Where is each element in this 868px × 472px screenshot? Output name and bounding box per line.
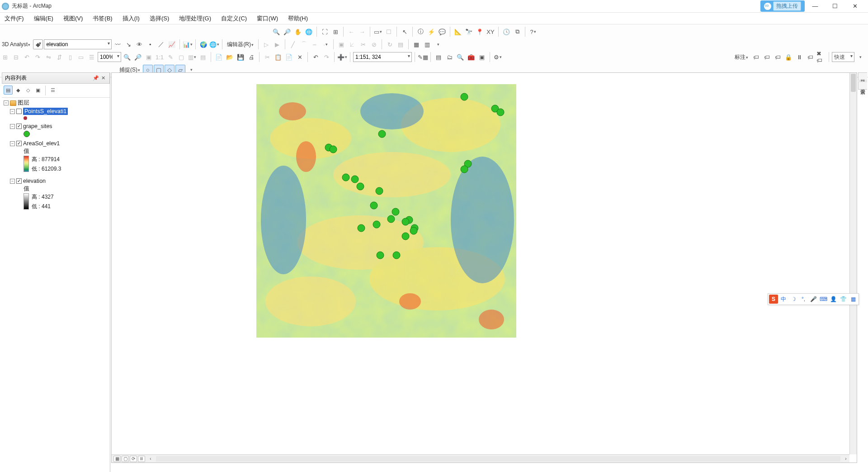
find-icon[interactable]: 🔭: [464, 27, 474, 37]
map-point[interactable]: [402, 218, 409, 225]
rotate-left-icon[interactable]: ↶: [22, 52, 32, 62]
interpolate-point-icon[interactable]: •: [145, 39, 155, 49]
horizontal-scrollbar[interactable]: [156, 456, 840, 462]
tab-search[interactable]: 搜索: [858, 81, 867, 90]
map-point[interactable]: [357, 183, 364, 190]
toc-close-icon[interactable]: ✕: [99, 75, 107, 82]
cloud-upload-button[interactable]: 拖拽上传: [760, 0, 805, 12]
interpolate-line-icon[interactable]: ／: [156, 39, 166, 49]
lock-labels-icon[interactable]: 🔒: [783, 52, 793, 62]
zoom-out-icon[interactable]: 🔎: [282, 27, 292, 37]
maximize-button[interactable]: ☐: [829, 2, 841, 11]
map-point[interactable]: [461, 166, 468, 173]
model-builder-icon[interactable]: ⚙: [493, 52, 503, 62]
find-route-icon[interactable]: 📍: [475, 27, 485, 37]
collapse-icon[interactable]: −: [10, 109, 15, 114]
menu-edit[interactable]: 编辑(E): [32, 14, 55, 24]
ime-skin-icon[interactable]: 👕: [839, 295, 848, 304]
identify-icon[interactable]: ⓘ: [415, 27, 425, 37]
point-icon[interactable]: ·: [321, 39, 330, 49]
map-point[interactable]: [373, 221, 380, 228]
select-features-icon[interactable]: ▭: [373, 27, 383, 37]
split-icon[interactable]: ⊘: [369, 39, 379, 49]
close-button[interactable]: ✕: [849, 2, 861, 11]
flip-h-icon[interactable]: ⇋: [43, 52, 53, 62]
line-of-sight-icon[interactable]: 👁: [134, 39, 144, 49]
scroll-right-icon[interactable]: ›: [842, 456, 849, 461]
distribute-h-icon[interactable]: ▯: [65, 52, 75, 62]
animation-dropdown-icon[interactable]: 🌐: [209, 39, 219, 49]
zoom-page-icon[interactable]: ▣: [144, 52, 154, 62]
zoom-in-layout-icon[interactable]: 🔍: [122, 52, 132, 62]
steepest-path-icon[interactable]: ↘: [123, 39, 133, 49]
editor-options-icon[interactable]: [433, 39, 443, 49]
labeling-menu[interactable]: 标注: [733, 53, 750, 61]
list-by-selection-icon[interactable]: ▣: [33, 86, 42, 95]
change-layout-icon[interactable]: ▥: [187, 52, 197, 62]
reshape-icon[interactable]: ⟀: [347, 39, 357, 49]
layer-elevation[interactable]: − elevation: [4, 177, 108, 185]
refresh-icon[interactable]: ⟳: [130, 456, 137, 462]
menu-insert[interactable]: 插入(I): [121, 14, 142, 24]
map-point[interactable]: [378, 130, 386, 138]
scroll-left-icon[interactable]: ‹: [147, 456, 154, 461]
select-elements-icon[interactable]: ↖: [400, 27, 410, 37]
map-point[interactable]: [461, 93, 468, 100]
arctoolbox-icon[interactable]: 🧰: [466, 52, 476, 62]
editor-toolbar-icon[interactable]: ✎▦: [418, 52, 428, 62]
map-point[interactable]: [342, 174, 349, 181]
redo-icon[interactable]: ↷: [321, 52, 331, 62]
animation-globe-icon[interactable]: 🌍: [198, 39, 208, 49]
paste-icon[interactable]: 📄: [284, 52, 294, 62]
menu-view[interactable]: 视图(V): [61, 14, 85, 24]
ime-punct-icon[interactable]: °,: [799, 295, 808, 304]
catalog-window-icon[interactable]: 🗂: [444, 52, 454, 62]
map-point[interactable]: [376, 187, 383, 195]
map-point[interactable]: [393, 252, 400, 259]
label-priority-icon[interactable]: 🏷: [762, 52, 772, 62]
collapse-icon[interactable]: −: [10, 179, 15, 184]
help-icon[interactable]: ?: [528, 27, 538, 37]
label-manager-icon[interactable]: 🏷: [751, 52, 761, 62]
edit-tool-icon[interactable]: ▷: [261, 39, 271, 49]
zoom-percent-input[interactable]: [98, 52, 121, 62]
map-point[interactable]: [392, 208, 399, 215]
map-point[interactable]: [377, 252, 384, 259]
measure-icon[interactable]: 📐: [453, 27, 463, 37]
ime-mic-icon[interactable]: 🎤: [809, 295, 818, 304]
map-view[interactable]: ▦ ▢ ⟳ ⏸ ‹ ›: [111, 72, 857, 463]
hyperlink-icon[interactable]: ⚡: [426, 27, 436, 37]
view-unplaced-icon[interactable]: 🏷: [805, 52, 815, 62]
menu-selection[interactable]: 选择(S): [148, 14, 171, 24]
create-graph-icon[interactable]: 📊: [183, 39, 193, 49]
zoom-in-icon[interactable]: 🔍: [271, 27, 281, 37]
pause-labels-icon[interactable]: ⏸: [794, 52, 804, 62]
tree-root[interactable]: − 图层: [4, 99, 108, 107]
toc-icon[interactable]: ▤: [434, 52, 443, 62]
menu-help[interactable]: 帮助(H): [286, 14, 310, 24]
new-doc-icon[interactable]: 📄: [214, 52, 224, 62]
surface-select[interactable]: [44, 39, 112, 49]
map-scale-input[interactable]: [353, 52, 412, 62]
edit-annotation-icon[interactable]: ▶: [272, 39, 282, 49]
map-canvas[interactable]: [256, 84, 516, 338]
collapse-icon[interactable]: −: [10, 124, 15, 129]
undo-icon[interactable]: ↶: [311, 52, 321, 62]
ime-keyboard-icon[interactable]: ⌨: [819, 295, 828, 304]
full-extent-icon[interactable]: 🌐: [304, 27, 314, 37]
map-point[interactable]: [497, 109, 504, 116]
create-features-icon[interactable]: ▥: [422, 39, 432, 49]
vertical-scrollbar[interactable]: [849, 73, 857, 454]
rotate-right-icon[interactable]: ↷: [33, 52, 42, 62]
map-point[interactable]: [410, 227, 417, 234]
zoom-100-icon[interactable]: 1:1: [155, 52, 165, 62]
sketch-properties-icon[interactable]: ▦: [411, 39, 421, 49]
attributes-icon[interactable]: ▤: [396, 39, 406, 49]
align-icon[interactable]: ☰: [87, 52, 97, 62]
data-driven-pages-icon[interactable]: ▤: [198, 52, 208, 62]
flip-v-icon[interactable]: ⇵: [54, 52, 64, 62]
save-doc-icon[interactable]: 💾: [236, 52, 245, 62]
ime-logo-icon[interactable]: S: [769, 295, 778, 304]
layer-grape[interactable]: − grape_sites: [4, 123, 108, 130]
search-window-icon[interactable]: 🔍: [455, 52, 465, 62]
